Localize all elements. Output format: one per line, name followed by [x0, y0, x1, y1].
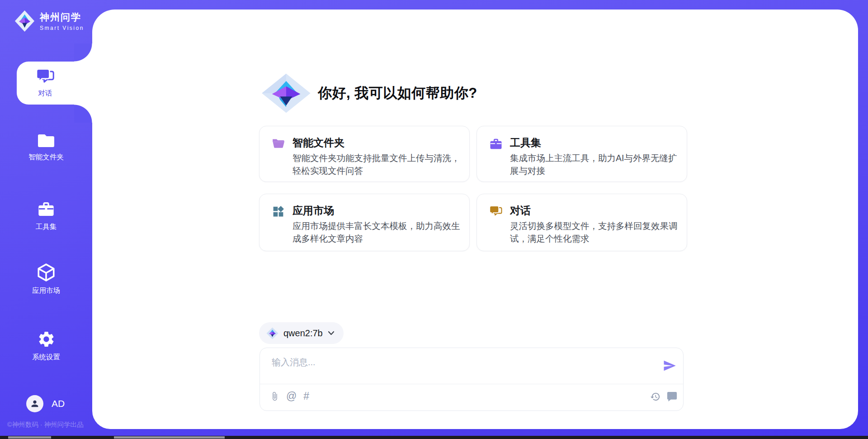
- user-account[interactable]: AD: [26, 395, 65, 412]
- brand-name: 神州问学: [40, 11, 84, 24]
- sidebar-item-chat[interactable]: 对话: [17, 62, 92, 105]
- paperclip-icon[interactable]: [270, 391, 279, 401]
- card-description: 集成市场上主流工具，助力AI与外界无缝扩展与对接: [510, 152, 679, 177]
- message-input[interactable]: [272, 356, 647, 380]
- sidebar-item-label: 系统设置: [32, 353, 60, 362]
- chevron-down-icon: [328, 331, 335, 335]
- card-chat[interactable]: 对话 灵活切换多模型文件，支持多样回复效果调试，满足个性化需求: [476, 194, 687, 251]
- model-logo-icon: [266, 327, 278, 339]
- message-composer: @ #: [259, 348, 684, 411]
- sidebar-item-settings[interactable]: 系统设置: [0, 330, 92, 362]
- brand-logo: 神州问学 Smart Vision: [14, 10, 84, 32]
- avatar: [26, 395, 43, 412]
- card-toolset[interactable]: 工具集 集成市场上主流工具，助力AI与外界无缝扩展与对接: [476, 126, 687, 182]
- history-icon[interactable]: [650, 391, 660, 402]
- greeting-text: 你好, 我可以如何帮助你?: [318, 84, 477, 103]
- cube-icon: [37, 263, 56, 282]
- folder-open-icon: [272, 137, 285, 149]
- folder-icon: [37, 133, 55, 148]
- card-title: 应用市场: [292, 204, 334, 218]
- user-avatar-icon: [30, 399, 40, 409]
- briefcase-icon: [489, 137, 503, 151]
- model-selector[interactable]: qwen2:7b: [259, 322, 344, 344]
- sidebar-item-label: 对话: [38, 89, 52, 98]
- grid-icon: [272, 205, 285, 218]
- chat-bubble-icon[interactable]: [666, 391, 678, 402]
- hash-topic-icon[interactable]: #: [303, 391, 309, 401]
- diamond-logo-icon: [14, 10, 35, 32]
- chat-icon: [36, 68, 55, 86]
- tab-fillet-top: [74, 43, 92, 62]
- user-initials: AD: [52, 398, 65, 409]
- sidebar-item-label: 应用市场: [32, 286, 60, 296]
- composer-divider: [260, 384, 683, 384]
- card-app-market[interactable]: 应用市场 应用市场提供丰富长文本模板，助力高效生成多样化文章内容: [259, 194, 470, 251]
- send-button[interactable]: [663, 359, 676, 372]
- tab-fillet-bottom: [74, 105, 92, 123]
- sidebar-item-app-market[interactable]: 应用市场: [0, 263, 92, 296]
- model-name: qwen2:7b: [283, 328, 323, 339]
- at-mention-icon[interactable]: @: [286, 391, 297, 401]
- sidebar-item-toolset[interactable]: 工具集: [0, 200, 92, 232]
- app-logo-icon: [261, 73, 311, 114]
- main-content-panel: 你好, 我可以如何帮助你? 智能文件夹 智能文件夹功能支持批量文件上传与清洗，轻…: [92, 10, 858, 429]
- scrollbar-thumb[interactable]: [8, 436, 51, 439]
- card-title: 智能文件夹: [292, 136, 344, 150]
- card-description: 应用市场提供丰富长文本模板，助力高效生成多样化文章内容: [292, 220, 462, 245]
- brand-subtitle: Smart Vision: [40, 25, 84, 31]
- briefcase-icon: [37, 200, 55, 218]
- sidebar-item-label: 智能文件夹: [28, 153, 64, 162]
- greeting-header: 你好, 我可以如何帮助你?: [261, 73, 477, 114]
- send-icon: [663, 359, 676, 372]
- card-title: 对话: [510, 204, 531, 218]
- gear-icon: [37, 330, 56, 348]
- horizontal-scrollbar[interactable]: [0, 436, 868, 439]
- card-description: 灵活切换多模型文件，支持多样回复效果调试，满足个性化需求: [510, 220, 679, 245]
- card-title: 工具集: [510, 136, 541, 150]
- copyright-footer: ©神州数码 · 神州问学出品: [7, 420, 84, 429]
- card-smart-folder[interactable]: 智能文件夹 智能文件夹功能支持批量文件上传与清洗，轻松实现文件问答: [259, 126, 470, 182]
- scrollbar-thumb[interactable]: [114, 436, 225, 439]
- sidebar-item-smart-folder[interactable]: 智能文件夹: [0, 133, 92, 162]
- card-description: 智能文件夹功能支持批量文件上传与清洗，轻松实现文件问答: [292, 152, 462, 177]
- sidebar-item-label: 工具集: [36, 222, 57, 232]
- chat-icon: [489, 205, 503, 218]
